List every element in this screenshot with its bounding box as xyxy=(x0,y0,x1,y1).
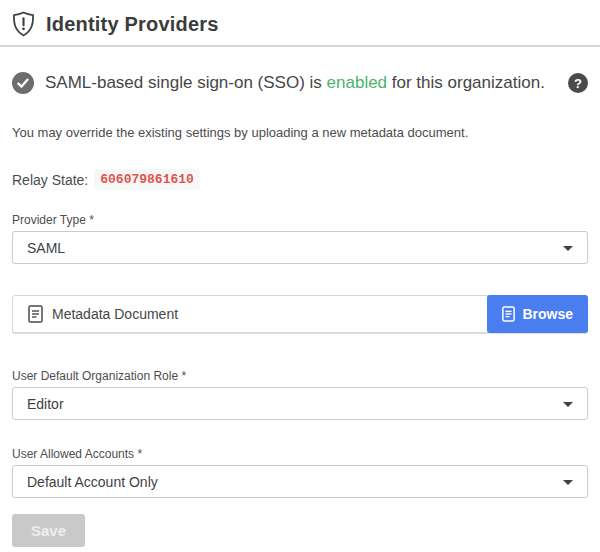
override-description: You may override the existing settings b… xyxy=(12,125,588,140)
status-text-before: SAML-based single sign-on (SSO) is xyxy=(45,73,327,92)
identity-providers-page: Identity Providers SAML-based single sig… xyxy=(0,0,600,552)
relay-state-row: Relay State: 606079861610 xyxy=(12,169,588,190)
allowed-accounts-select[interactable]: Default Account Only xyxy=(12,465,588,498)
metadata-document-label: Metadata Document xyxy=(52,306,178,322)
shield-exclamation-icon xyxy=(12,11,35,37)
page-header: Identity Providers xyxy=(12,0,588,37)
relay-state-value: 606079861610 xyxy=(94,169,200,190)
save-button[interactable]: Save xyxy=(12,514,85,547)
caret-down-icon xyxy=(563,480,573,485)
org-role-value: Editor xyxy=(27,396,64,412)
org-role-select[interactable]: Editor xyxy=(12,387,588,420)
file-document-icon xyxy=(28,305,43,323)
org-role-label: User Default Organization Role * xyxy=(12,369,588,383)
provider-type-group: Provider Type * SAML xyxy=(12,213,588,264)
allowed-accounts-label: User Allowed Accounts * xyxy=(12,447,588,461)
browse-button[interactable]: Browse xyxy=(487,295,588,333)
status-enabled-highlight: enabled xyxy=(327,73,388,92)
sso-status-text: SAML-based single sign-on (SSO) is enabl… xyxy=(45,73,545,93)
metadata-document-input[interactable]: Metadata Document Browse xyxy=(12,295,588,333)
header-divider xyxy=(0,45,600,47)
check-circle-icon xyxy=(12,72,34,94)
org-role-group: User Default Organization Role * Editor xyxy=(12,369,588,420)
browse-button-label: Browse xyxy=(522,306,573,322)
provider-type-select[interactable]: SAML xyxy=(12,231,588,264)
caret-down-icon xyxy=(563,402,573,407)
question-circle-icon[interactable]: ? xyxy=(568,73,588,93)
sso-status-row: SAML-based single sign-on (SSO) is enabl… xyxy=(12,72,588,94)
relay-state-label: Relay State: xyxy=(12,172,88,188)
page-title: Identity Providers xyxy=(46,13,219,36)
provider-type-value: SAML xyxy=(27,240,65,256)
allowed-accounts-group: User Allowed Accounts * Default Account … xyxy=(12,447,588,498)
caret-down-icon xyxy=(563,246,573,251)
file-document-icon xyxy=(502,306,515,322)
status-text-after: for this organization. xyxy=(387,73,545,92)
allowed-accounts-value: Default Account Only xyxy=(27,474,158,490)
provider-type-label: Provider Type * xyxy=(12,213,588,227)
